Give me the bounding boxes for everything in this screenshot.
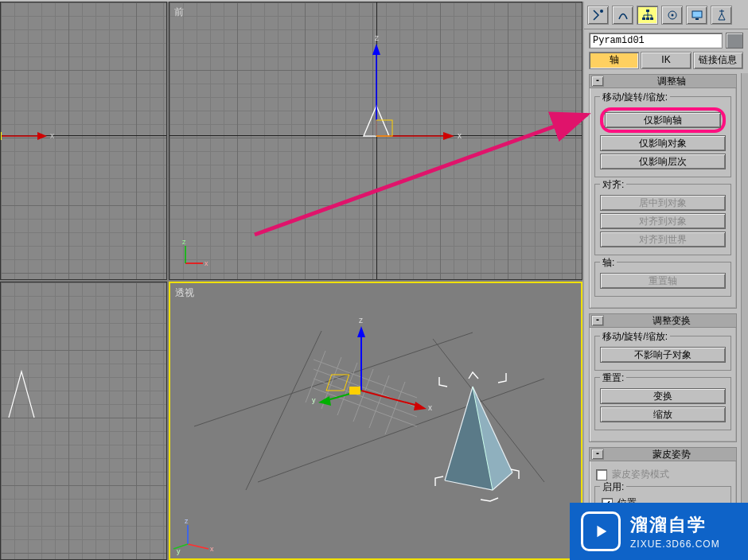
pyramid-mesh [435, 372, 519, 501]
svg-text:z: z [375, 33, 379, 42]
rollup-collapse-icon[interactable]: - [591, 449, 604, 460]
rollup-collapse-icon[interactable]: - [591, 76, 604, 87]
command-panel: Pyramid01 轴 IK 链接信息 - 调整轴 移动/旋转/缩放: 仅影响轴 [582, 2, 748, 560]
group-label: 启用: [600, 480, 626, 494]
svg-marker-34 [414, 402, 427, 410]
svg-text:z: z [182, 238, 186, 246]
tab-hierarchy-icon[interactable] [637, 6, 658, 25]
affect-object-only-button[interactable]: 仅影响对象 [600, 135, 726, 151]
align-to-world-button[interactable]: 对齐到世界 [600, 231, 726, 247]
svg-line-17 [194, 332, 473, 426]
object-color-swatch[interactable] [726, 33, 743, 49]
panel-scrollbar[interactable] [741, 73, 748, 560]
rollup-adjust-pivot: - 调整轴 移动/旋转/缩放: 仅影响轴 仅影响对象 仅影响层次 对齐: 居中 [589, 74, 737, 309]
viewport-quad: x 前 z x [0, 2, 582, 560]
category-pivot-button[interactable]: 轴 [589, 52, 639, 69]
affect-hierarchy-only-button[interactable]: 仅影响层次 [600, 154, 726, 169]
svg-point-62 [671, 14, 673, 17]
viewport-axis-tripod: x z [177, 239, 209, 271]
rollup-adjust-transform: - 调整变换 移动/旋转/缩放: 不影响子对象 重置: 变换 缩放 [589, 313, 737, 442]
reset-scale-button[interactable]: 缩放 [600, 406, 726, 422]
viewport-top[interactable]: x [0, 2, 167, 280]
annotation-highlight: 仅影响轴 [600, 107, 726, 133]
svg-text:x: x [205, 259, 208, 267]
gizmo-x-arrow: x [1, 2, 167, 280]
dont-affect-children-button[interactable]: 不影响子对象 [600, 347, 726, 363]
rollup-header[interactable]: - 调整变换 [590, 314, 736, 328]
svg-point-51 [600, 10, 603, 13]
group-label: 重置: [600, 371, 626, 385]
group-label: 移动/旋转/缩放: [600, 330, 670, 344]
center-to-object-button[interactable]: 居中到对象 [600, 195, 726, 211]
svg-marker-6 [372, 44, 380, 55]
svg-text:y: y [312, 396, 316, 404]
svg-rect-55 [650, 18, 653, 20]
rollup-header[interactable]: - 蒙皮姿势 [590, 448, 736, 461]
svg-marker-1 [37, 132, 47, 140]
tab-create-icon[interactable] [587, 6, 609, 25]
tab-motion-icon[interactable] [661, 6, 683, 25]
svg-rect-54 [646, 18, 649, 20]
category-ik-button[interactable]: IK [641, 52, 691, 69]
viewport-label: 透视 [175, 286, 194, 300]
checkbox-icon [596, 469, 607, 480]
svg-rect-52 [646, 10, 649, 12]
svg-line-21 [314, 388, 417, 426]
play-icon [581, 511, 621, 551]
svg-rect-63 [692, 11, 702, 18]
svg-text:z: z [359, 316, 363, 325]
svg-line-28 [369, 375, 389, 428]
rollup-header[interactable]: - 调整轴 [590, 75, 736, 88]
tab-display-icon[interactable] [686, 6, 707, 25]
svg-text:x: x [458, 131, 462, 140]
svg-text:y: y [177, 547, 181, 555]
affect-pivot-only-button[interactable]: 仅影响轴 [605, 112, 721, 128]
rollup-collapse-icon[interactable]: - [591, 315, 604, 326]
svg-rect-53 [642, 18, 645, 20]
category-linkinfo-button[interactable]: 链接信息 [693, 52, 743, 69]
group-label: 轴: [600, 256, 617, 270]
group-label: 移动/旋转/缩放: [600, 91, 670, 104]
svg-rect-11 [376, 120, 392, 136]
svg-text:x: x [428, 403, 432, 412]
reset-axis-button[interactable]: 重置轴 [600, 273, 726, 289]
reset-transform-button[interactable]: 变换 [600, 388, 726, 404]
watermark-badge: 溜溜自学 ZIXUE.3D66.COM [570, 503, 748, 560]
viewport-label: 前 [174, 6, 184, 19]
viewport-front[interactable]: 前 z x x [169, 2, 582, 280]
object-name-field[interactable]: Pyramid01 [589, 33, 723, 49]
viewport-perspective[interactable]: 透视 [169, 282, 582, 560]
svg-text:x: x [210, 545, 214, 553]
svg-rect-64 [695, 18, 699, 20]
watermark-title: 溜溜自学 [630, 513, 720, 537]
viewport-left[interactable] [0, 282, 167, 560]
tab-utilities-icon[interactable] [711, 6, 732, 25]
svg-text:x: x [50, 131, 54, 140]
svg-marker-9 [443, 132, 454, 140]
tab-modify-icon[interactable] [612, 6, 633, 25]
svg-line-33 [361, 391, 421, 406]
svg-marker-37 [318, 396, 331, 406]
svg-rect-40 [349, 387, 360, 395]
svg-text:z: z [185, 517, 189, 525]
watermark-url: ZIXUE.3D66.COM [630, 539, 720, 550]
svg-marker-65 [597, 526, 606, 538]
align-to-object-button[interactable]: 对齐到对象 [600, 213, 726, 229]
command-panel-tabs [584, 2, 748, 29]
svg-marker-31 [357, 326, 365, 337]
viewport-axis-tripod: x z y [178, 519, 210, 550]
group-label: 对齐: [600, 178, 626, 192]
svg-line-18 [246, 331, 321, 490]
perspective-content: z x y [170, 283, 582, 560]
svg-line-27 [353, 369, 373, 422]
svg-line-43 [188, 544, 208, 549]
front-content: z x [169, 2, 582, 280]
svg-rect-3 [1, 132, 2, 140]
